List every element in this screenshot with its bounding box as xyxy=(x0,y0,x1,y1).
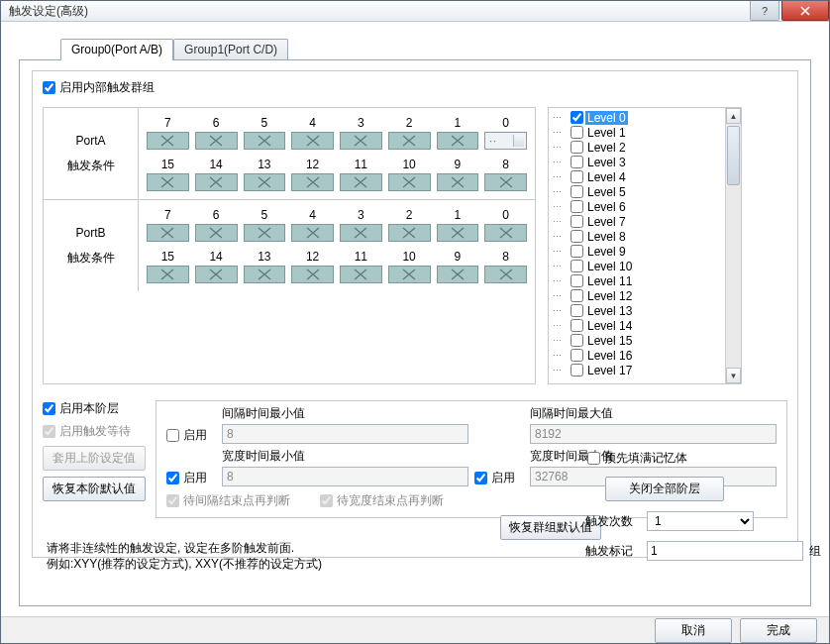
bit-cell[interactable] xyxy=(291,132,334,150)
width-min-enable-input[interactable] xyxy=(166,472,179,484)
close-button[interactable] xyxy=(781,1,829,21)
level-label[interactable]: Level 17 xyxy=(585,364,634,377)
level-label[interactable]: Level 3 xyxy=(585,156,628,169)
finish-button[interactable]: 完成 xyxy=(740,618,817,643)
level-label[interactable]: Level 13 xyxy=(585,304,634,318)
level-item[interactable]: ⋯Level 1 xyxy=(551,125,723,140)
level-item[interactable]: ⋯Level 13 xyxy=(551,303,723,318)
level-item[interactable]: ⋯Level 17 xyxy=(551,363,723,377)
level-checkbox[interactable] xyxy=(571,200,583,213)
prefill-cb-input[interactable] xyxy=(587,452,600,465)
enable-level-cb-input[interactable] xyxy=(43,402,55,415)
enable-group-cb-input[interactable] xyxy=(43,81,55,94)
bit-cell[interactable] xyxy=(437,266,479,283)
interval-min-enable-input[interactable] xyxy=(166,429,179,442)
level-label[interactable]: Level 4 xyxy=(585,170,628,184)
bit-cell[interactable] xyxy=(388,132,431,150)
bit-cell[interactable] xyxy=(244,132,286,150)
level-item[interactable]: ⋯Level 12 xyxy=(551,288,723,303)
bit-cell[interactable] xyxy=(244,224,286,242)
prefill-checkbox[interactable]: 预先填满记忆体 xyxy=(587,450,779,467)
apply-prev-button[interactable]: 套用上阶设定值 xyxy=(43,446,146,471)
level-label[interactable]: Level 6 xyxy=(585,200,628,214)
scroll-thumb[interactable] xyxy=(727,126,740,185)
width-min-enable[interactable]: 启用 xyxy=(166,470,216,486)
level-label[interactable]: Level 15 xyxy=(585,334,634,348)
scroll-up-button[interactable]: ▲ xyxy=(726,108,741,124)
enable-level-checkbox[interactable]: 启用本阶层 xyxy=(43,400,146,417)
bit-cell[interactable] xyxy=(437,173,479,191)
level-checkbox[interactable] xyxy=(571,156,583,168)
scroll-down-button[interactable]: ▼ xyxy=(726,368,741,383)
bit-cell[interactable] xyxy=(388,266,431,283)
bit-cell[interactable] xyxy=(291,266,334,283)
bit-cell[interactable] xyxy=(484,224,527,242)
level-item[interactable]: ⋯Level 3 xyxy=(551,155,723,169)
width-max-enable-input[interactable] xyxy=(474,472,487,484)
level-label[interactable]: Level 11 xyxy=(585,274,634,288)
wait-width-end-checkbox[interactable]: 待宽度结束点再判断 xyxy=(320,492,444,509)
level-item[interactable]: ⋯Level 6 xyxy=(551,199,723,214)
bit-cell[interactable] xyxy=(340,132,382,150)
width-max-enable[interactable]: 启用 xyxy=(474,470,524,486)
bit-cell[interactable] xyxy=(147,224,189,242)
level-checkbox[interactable] xyxy=(571,364,583,376)
level-checkbox[interactable] xyxy=(571,230,583,243)
level-item[interactable]: ⋯Level 16 xyxy=(551,348,723,363)
cancel-button[interactable]: 取消 xyxy=(655,618,732,643)
wait-width-end-input[interactable] xyxy=(320,494,333,507)
level-label[interactable]: Level 14 xyxy=(585,319,634,333)
bit-cell[interactable] xyxy=(244,266,286,283)
level-label[interactable]: Level 0 xyxy=(585,111,628,125)
bit-cell[interactable] xyxy=(244,173,286,191)
bit-cell[interactable] xyxy=(437,224,479,242)
level-checkbox[interactable] xyxy=(571,141,583,154)
bit-cell[interactable] xyxy=(195,132,238,150)
width-min-input[interactable] xyxy=(222,467,468,486)
bit-cell[interactable] xyxy=(388,224,431,242)
level-label[interactable]: Level 1 xyxy=(585,126,628,140)
level-item[interactable]: ⋯Level 8 xyxy=(551,229,723,244)
scroll-track[interactable] xyxy=(726,124,741,368)
level-checkbox[interactable] xyxy=(571,185,583,198)
level-item[interactable]: ⋯Level 14 xyxy=(551,318,723,333)
level-label[interactable]: Level 7 xyxy=(585,215,628,229)
interval-min-enable[interactable]: 启用 xyxy=(166,427,216,444)
level-item[interactable]: ⋯Level 7 xyxy=(551,214,723,229)
level-label[interactable]: Level 16 xyxy=(585,349,634,363)
bit-cell[interactable] xyxy=(484,173,527,191)
level-label[interactable]: Level 5 xyxy=(585,185,628,199)
level-item[interactable]: ⋯Level 11 xyxy=(551,273,723,288)
bit-cell[interactable] xyxy=(484,266,527,283)
restore-level-button[interactable]: 恢复本阶默认值 xyxy=(43,477,146,501)
level-item[interactable]: ⋯Level 10 xyxy=(551,259,723,273)
bit-cell[interactable] xyxy=(147,173,189,191)
interval-min-input[interactable] xyxy=(222,424,468,444)
level-checkbox[interactable] xyxy=(571,274,583,287)
bit-cell[interactable] xyxy=(195,224,238,242)
bit-cell[interactable] xyxy=(340,224,382,242)
level-checkbox[interactable] xyxy=(571,260,583,272)
level-checkbox[interactable] xyxy=(571,304,583,317)
level-checkbox[interactable] xyxy=(571,349,583,362)
wait-interval-end-input[interactable] xyxy=(166,494,179,507)
trigger-count-select[interactable]: 1 xyxy=(647,511,754,531)
level-checkbox[interactable] xyxy=(571,170,583,183)
level-item[interactable]: ⋯Level 2 xyxy=(551,140,723,155)
level-label[interactable]: Level 10 xyxy=(585,260,634,273)
level-checkbox[interactable] xyxy=(571,334,583,347)
wait-interval-end-checkbox[interactable]: 待间隔结束点再判断 xyxy=(166,492,290,509)
level-item[interactable]: ⋯Level 15 xyxy=(551,333,723,348)
bit-cell[interactable] xyxy=(340,266,382,283)
level-item[interactable]: ⋯Level 0 xyxy=(551,110,723,125)
level-item[interactable]: ⋯Level 4 xyxy=(551,169,723,184)
level-checkbox[interactable] xyxy=(571,289,583,302)
level-label[interactable]: Level 2 xyxy=(585,141,628,155)
enable-group-checkbox[interactable]: 启用内部触发群组 xyxy=(43,79,155,96)
help-button[interactable]: ? xyxy=(750,1,779,21)
enable-wait-checkbox[interactable]: 启用触发等待 xyxy=(43,423,146,440)
bit-cell[interactable] xyxy=(195,266,238,283)
level-checkbox[interactable] xyxy=(571,215,583,228)
bit-cell[interactable] xyxy=(340,173,382,191)
bit-cell-dropdown[interactable]: ·· xyxy=(484,132,527,150)
